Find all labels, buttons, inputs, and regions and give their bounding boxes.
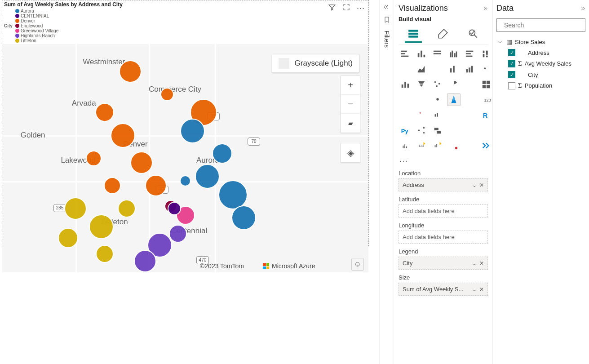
build-tab-fields[interactable] [405,26,422,43]
map-body[interactable]: WestminsterCommerce CityArvadaDenverGold… [2,44,368,272]
map-bubble[interactable] [130,151,153,174]
chevron-down-icon[interactable]: ⌄ [472,182,477,188]
feedback-button[interactable]: ☺ [351,258,364,271]
checkbox[interactable]: ✓ [508,71,515,78]
viz-type-icon[interactable] [415,48,428,60]
legend-item[interactable]: Englewood [15,23,58,28]
map-bubble[interactable] [111,123,135,148]
field-row[interactable]: Σ Population [496,80,585,91]
map-bubble[interactable] [180,119,205,143]
legend-item[interactable]: Aurora [15,9,58,13]
viz-type-icon[interactable] [399,78,412,91]
focus-mode-icon[interactable] [342,3,350,13]
viz-type-icon[interactable] [447,93,461,106]
collapse-right-icon[interactable] [579,5,585,12]
viz-type-icon[interactable] [415,93,428,106]
zoom-out-button[interactable]: − [341,95,360,114]
map-bubble[interactable] [212,143,232,164]
viz-type-icon[interactable] [431,78,444,91]
viz-type-icon[interactable] [399,63,412,75]
viz-type-icon[interactable] [399,48,412,60]
viz-type-icon[interactable] [479,124,492,137]
map-style-pill[interactable]: Grayscale (Light) [272,54,359,73]
viz-type-icon[interactable] [399,109,412,121]
viz-type-icon[interactable] [447,78,461,91]
legend-item[interactable]: CENTENNIAL [15,13,58,18]
viz-type-icon[interactable] [479,78,492,91]
field-row[interactable]: ✓ Σ Avg Weekly Sales [496,58,585,69]
viz-type-icon[interactable] [463,109,477,121]
map-bubble[interactable] [231,205,256,230]
viz-type-icon[interactable]: R [479,109,492,121]
viz-more-icon[interactable]: ··· [399,155,488,170]
viz-type-icon[interactable] [415,63,428,75]
viz-type-icon[interactable] [463,124,477,137]
viz-type-icon[interactable] [479,63,492,75]
viz-type-icon[interactable] [447,48,461,60]
viz-type-icon[interactable] [479,48,492,60]
well-drop[interactable]: Address ⌄✕ [399,178,488,191]
viz-type-icon[interactable] [447,124,461,137]
checkbox[interactable]: ✓ [508,49,515,56]
pitch-button[interactable]: ▰ [341,114,360,133]
chevron-down-icon[interactable]: ⌄ [472,260,477,266]
map-bubble[interactable] [119,60,142,83]
collapse-right-icon[interactable] [482,5,488,12]
viz-type-icon[interactable] [415,78,428,91]
map-bubble[interactable] [89,214,114,239]
well-drop[interactable]: Add data fields here [399,231,488,244]
map-bubble[interactable] [195,164,220,189]
field-row[interactable]: ✓ City [496,69,585,80]
map-bubble[interactable] [118,200,136,218]
map-bubble[interactable] [134,250,156,272]
well-drop[interactable]: Sum of Avg Weekly S... ⌄✕ [399,283,488,296]
viz-type-icon[interactable] [431,124,444,137]
map-bubble[interactable] [169,225,187,243]
well-drop[interactable]: Add data fields here [399,204,488,218]
viz-type-icon[interactable] [431,93,444,106]
expand-left-icon[interactable] [383,4,390,11]
remove-icon[interactable]: ✕ [479,286,484,293]
build-tab-format[interactable] [434,26,452,43]
viz-type-icon[interactable] [415,124,428,137]
map-bubble[interactable] [96,245,114,263]
chevron-down-icon[interactable]: ⌄ [472,286,477,293]
bookmark-icon[interactable] [383,16,390,23]
visual-more-icon[interactable]: ··· [357,5,365,11]
legend-item[interactable]: Greenwood Village [15,28,58,33]
legend-item[interactable]: Denver [15,18,58,23]
field-row[interactable]: ✓ Address [496,47,585,58]
viz-type-icon[interactable] [415,109,428,121]
viz-type-icon[interactable] [463,78,477,91]
viz-type-icon[interactable] [463,139,477,152]
checkbox[interactable] [508,82,515,89]
map-bubble[interactable] [160,88,174,101]
map-bubble[interactable] [86,151,102,166]
map-visual-frame[interactable]: Sum of Avg Weekly Sales by Address and C… [2,0,369,246]
map-bubble[interactable] [104,177,121,194]
viz-type-icon[interactable] [463,48,477,60]
map-bubble[interactable] [168,202,181,215]
viz-type-icon[interactable] [447,63,461,75]
legend-item[interactable]: Highlands Ranch [15,33,58,38]
viz-type-icon[interactable] [431,109,444,121]
viz-type-icon[interactable] [399,93,412,106]
zoom-in-button[interactable]: + [341,76,360,95]
viz-type-icon[interactable] [431,139,444,152]
table-node[interactable]: ▦ Store Sales [496,36,585,47]
viz-type-icon[interactable]: 123 [479,93,492,106]
well-drop[interactable]: City ⌄✕ [399,257,488,270]
viz-type-icon[interactable] [399,139,412,152]
viz-type-icon[interactable]: 123 [415,139,428,152]
viz-type-icon[interactable] [447,109,461,121]
search-input[interactable] [504,22,583,29]
map-bubble[interactable] [180,175,191,186]
viz-type-icon[interactable] [479,139,492,152]
remove-icon[interactable]: ✕ [479,182,484,188]
viz-type-icon[interactable] [463,63,477,75]
search-box[interactable] [496,18,585,32]
viz-type-icon[interactable] [463,93,477,106]
filters-collapsed-panel[interactable]: Filters [379,0,394,364]
viz-type-icon[interactable] [431,63,444,75]
viz-type-icon[interactable]: Py [399,124,412,137]
